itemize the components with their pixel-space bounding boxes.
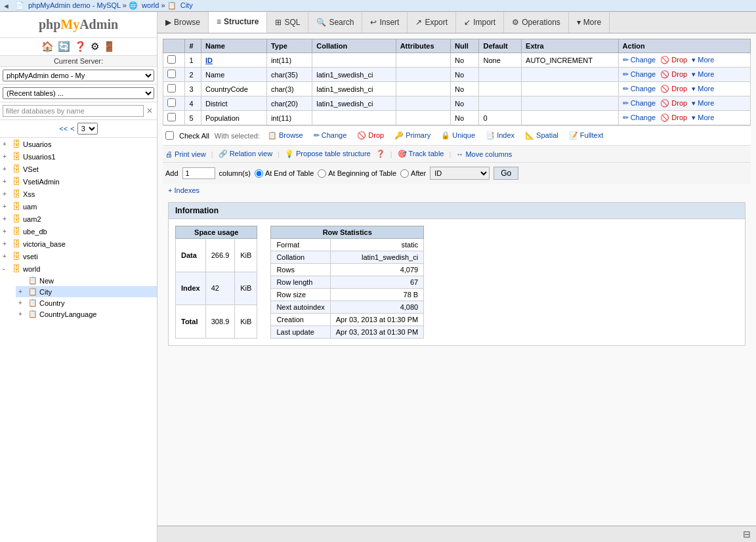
operations-btn[interactable]: ⚙ Operations (504, 12, 569, 33)
change-link-countrycode[interactable]: ✏ Change (623, 85, 656, 93)
propose-structure-link[interactable]: 💡 Propose table structure (285, 150, 371, 158)
relation-view-link[interactable]: 🔗 Relation view (219, 150, 272, 158)
db-item-world[interactable]: - 🗄 world (0, 262, 157, 275)
row-checkbox-name[interactable] (167, 70, 176, 78)
drop-link-district[interactable]: 🚫 Drop (660, 99, 687, 108)
space-index-value: 42 (205, 272, 235, 305)
row-checkbox-population[interactable] (167, 113, 176, 121)
stat-row-lastupdate: Last update Apr 03, 2013 at 01:30 PM (271, 326, 424, 339)
change-selected-btn[interactable]: ✏ Change (311, 130, 350, 141)
db-item-uam[interactable]: + 🗄 uam (0, 200, 157, 213)
unique-selected-btn[interactable]: 🔒 Unique (438, 130, 478, 141)
table-area: # Name Type Collation Attributes Null De… (158, 33, 756, 526)
drop-link-id[interactable]: 🚫 Drop (660, 56, 687, 64)
more-link-population[interactable]: ▾ More (692, 114, 714, 122)
col-name-id[interactable]: ID (205, 56, 213, 64)
change-link-district[interactable]: ✏ Change (623, 99, 656, 108)
drop-link-countrycode[interactable]: 🚫 Drop (660, 85, 687, 93)
print-view-link[interactable]: 🖨 Print view (165, 150, 206, 158)
page-select[interactable]: 12345 (77, 123, 98, 135)
more-link-name[interactable]: ▾ More (692, 70, 714, 79)
after-column-select[interactable]: ID Name CountryCode District Population (430, 167, 490, 180)
spatial-selected-btn[interactable]: 📐 Spatial (522, 130, 561, 141)
track-table-link[interactable]: 🎯 Track table (398, 150, 444, 158)
page-prev-btn[interactable]: < (70, 125, 74, 133)
db-item-victoria-base[interactable]: + 🗄 victoria_base (0, 238, 157, 250)
col-header-name: Name (201, 39, 266, 53)
db-item-world-city[interactable]: + 📋 City (16, 286, 157, 297)
browse-btn[interactable]: ▶ Browse (158, 12, 209, 33)
change-link-id[interactable]: ✏ Change (623, 56, 656, 64)
back-arrow[interactable]: ◄ (3, 2, 10, 10)
collapse-icon[interactable]: ⊟ (743, 529, 751, 539)
drop-selected-btn[interactable]: 🚫 Drop (354, 130, 387, 141)
insert-btn[interactable]: ↩ Insert (362, 12, 408, 33)
at-end-label: At End of Table (255, 169, 314, 178)
structure-icon: ≡ (217, 17, 221, 26)
refresh-icon[interactable]: 🔄 (58, 41, 70, 52)
more-link-countrycode[interactable]: ▾ More (692, 85, 714, 93)
help-icon-propose[interactable]: ❓ (376, 150, 385, 158)
help-icon[interactable]: ❓ (74, 41, 87, 52)
more-btn[interactable]: ▾ More (569, 12, 610, 33)
settings-icon[interactable]: ⚙ (91, 41, 99, 52)
browse-icon: ▶ (165, 18, 171, 27)
stat-creation-value: Apr 03, 2013 at 01:30 PM (330, 314, 423, 326)
fulltext-selected-btn[interactable]: 📝 Fulltext (566, 130, 606, 141)
db-item-vsetiadmin[interactable]: + 🗄 VsetiAdmin (0, 175, 157, 188)
change-link-name[interactable]: ✏ Change (623, 70, 656, 79)
more-link-district[interactable]: ▾ More (692, 99, 714, 108)
col-attributes-population (396, 111, 450, 125)
after-radio[interactable] (400, 169, 409, 178)
db-item-uam2[interactable]: + 🗄 uam2 (0, 213, 157, 225)
db-item-usuarios[interactable]: + 🗄 Usuarios (0, 138, 157, 150)
stat-length-label: Row length (271, 276, 330, 289)
with-selected-label: With selected: (215, 132, 260, 140)
change-link-population[interactable]: ✏ Change (623, 114, 656, 122)
recent-tables-wrap[interactable]: (Recent tables) ... (0, 85, 157, 102)
move-columns-link[interactable]: ↔ Move columns (456, 150, 512, 158)
at-end-radio[interactable] (255, 169, 263, 178)
page-prev-prev-btn[interactable]: << (59, 125, 68, 133)
import-btn[interactable]: ↙ Import (456, 12, 504, 33)
browse-selected-btn[interactable]: 📋 Browse (265, 130, 306, 141)
search-btn[interactable]: 🔍 Search (308, 12, 362, 33)
col-attributes-district (396, 96, 450, 111)
home-icon[interactable]: 🏠 (41, 41, 54, 52)
more-link-id[interactable]: ▾ More (692, 56, 714, 64)
check-all-checkbox[interactable] (165, 131, 174, 140)
primary-selected-btn[interactable]: 🔑 Primary (392, 130, 433, 141)
db-item-world-new[interactable]: 📋 New (16, 275, 157, 286)
col-default-name (479, 68, 522, 82)
row-checkbox-countrycode[interactable] (167, 84, 176, 93)
recent-tables-select[interactable]: (Recent tables) ... (3, 87, 154, 99)
breadcrumb-server[interactable]: phpMyAdmin demo - MySQL (28, 1, 121, 9)
db-item-vseti[interactable]: + 🗄 vseti (0, 250, 157, 262)
db-item-ube-db[interactable]: + 🗄 ube_db (0, 225, 157, 238)
index-selected-btn[interactable]: 📑 Index (483, 130, 517, 141)
server-select[interactable]: phpMyAdmin demo - My (3, 70, 154, 81)
db-item-xss[interactable]: + 🗄 Xss (0, 188, 157, 200)
row-checkbox-district[interactable] (167, 98, 176, 107)
at-beginning-radio[interactable] (318, 169, 326, 178)
go-button[interactable]: Go (494, 167, 518, 180)
row-checkbox-id[interactable] (167, 55, 176, 64)
db-item-world-countrylanguage[interactable]: + 📋 CountryLanguage (16, 308, 157, 320)
sql-btn[interactable]: ⊞ SQL (267, 12, 308, 33)
server-select-wrap[interactable]: phpMyAdmin demo - My (0, 67, 157, 85)
filter-input[interactable] (3, 105, 144, 117)
add-num-input[interactable] (182, 167, 215, 179)
filter-clear-icon[interactable]: ✕ (145, 106, 154, 115)
drop-link-population[interactable]: 🚫 Drop (660, 114, 687, 122)
indexes-link[interactable]: + Indexes (163, 184, 751, 197)
breadcrumb-table[interactable]: City (180, 1, 193, 9)
more-icon: ▾ (577, 18, 581, 27)
db-item-vset[interactable]: + 🗄 VSet (0, 163, 157, 175)
exit-icon[interactable]: 🚪 (103, 41, 116, 52)
db-item-world-country[interactable]: + 📋 Country (16, 297, 157, 308)
drop-link-name[interactable]: 🚫 Drop (660, 70, 687, 79)
export-btn[interactable]: ↗ Export (408, 12, 456, 33)
breadcrumb-db[interactable]: world (142, 1, 159, 9)
structure-btn[interactable]: ≡ Structure (209, 12, 267, 33)
db-item-usuarios1[interactable]: + 🗄 Usuarios1 (0, 150, 157, 163)
